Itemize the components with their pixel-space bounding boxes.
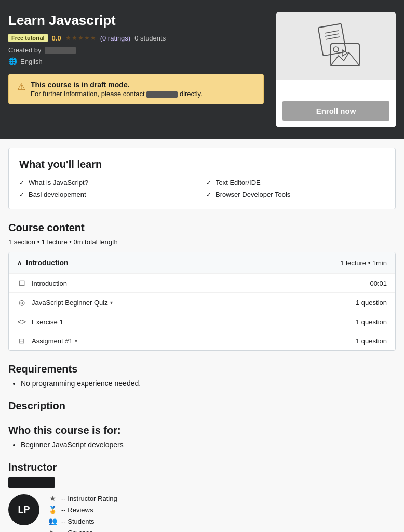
warning-text: This course is in draft mode. For furthe…	[31, 81, 203, 98]
learn-title: What you'll learn	[19, 158, 385, 170]
lecture-name: Exercise 1	[32, 318, 351, 326]
course-content-meta: 1 section • 1 lecture • 0m total length	[8, 238, 396, 246]
instructor-stats: ★ -- Instructor Rating 🏅 -- Reviews 👥 --…	[48, 494, 117, 532]
accordion-header[interactable]: ∧ Introduction 1 lecture • 1min	[9, 252, 395, 273]
learn-section: What you'll learn ✓ What is JavaScript? …	[8, 148, 396, 209]
table-row: ◎ JavaScript Beginner Quiz ▾ 1 question	[9, 292, 395, 312]
created-by: Created by	[8, 46, 264, 54]
warning-body: For further information, please contact …	[31, 90, 203, 98]
file-icon: ☐	[17, 279, 26, 287]
rating-number: 0.0	[52, 34, 61, 42]
enroll-button[interactable]: Enroll now	[282, 101, 389, 121]
stars: ★ ★ ★ ★ ★	[65, 34, 96, 42]
avatar: LP	[8, 494, 39, 525]
header: Learn Javascript Free tutorial 0.0 ★ ★ ★…	[0, 0, 404, 139]
list-item: ✓ What is JavaScript?	[19, 179, 198, 187]
instructor-name-redacted	[8, 477, 55, 488]
lecture-time: 00:01	[370, 280, 387, 287]
lecture-name: Introduction	[32, 280, 365, 287]
created-by-label: Created by	[8, 46, 42, 54]
stat-row: 👥 -- Students	[48, 517, 117, 525]
svg-marker-7	[342, 50, 347, 56]
language-row: 🌐 English	[8, 57, 264, 65]
main-content: What you'll learn ✓ What is JavaScript? …	[0, 139, 404, 532]
table-row: <> Exercise 1 1 question	[9, 312, 395, 331]
accordion-body: ☐ Introduction 00:01 ◎ JavaScript Beginn…	[9, 273, 395, 350]
globe-icon: 🌐	[8, 57, 17, 65]
star-4: ★	[84, 34, 90, 42]
star-3: ★	[78, 34, 84, 42]
preview-body: Free Enroll now	[276, 80, 396, 127]
accordion-header-left: ∧ Introduction	[17, 259, 69, 267]
check-icon: ✓	[19, 191, 24, 198]
contact-redacted	[146, 91, 178, 98]
accordion: ∧ Introduction 1 lecture • 1min ☐ Introd…	[8, 252, 396, 351]
warning-title: This course is in draft mode.	[31, 81, 203, 89]
learn-item-text: Basi developement	[29, 191, 86, 198]
description-section: Description	[8, 400, 396, 412]
audience-list: Beginner JavaScript developers	[8, 441, 396, 449]
dropdown-arrow-icon[interactable]: ▾	[75, 338, 77, 344]
course-content-title: Course content	[8, 222, 396, 234]
audience-title: Who this course is for:	[8, 424, 396, 436]
instructor-students: -- Students	[61, 517, 95, 525]
code-icon: <>	[17, 317, 26, 326]
badges-row: Free tutorial 0.0 ★ ★ ★ ★ ★ (0 ratings) …	[8, 34, 264, 42]
rating-count: (0 ratings)	[100, 34, 131, 42]
list-item: No programming experience needed.	[21, 379, 396, 388]
language-label: English	[20, 58, 43, 65]
svg-line-2	[325, 34, 339, 36]
lecture-time: 1 question	[356, 337, 387, 345]
section-title: Introduction	[26, 259, 69, 267]
list-item: ✓ Basi developement	[19, 191, 198, 198]
check-icon: ✓	[206, 179, 211, 187]
preview-image	[276, 12, 396, 80]
instructor-profile: LP ★ -- Instructor Rating 🏅 -- Reviews 👥…	[8, 494, 396, 532]
lecture-time: 1 question	[356, 318, 387, 326]
check-icon: ✓	[19, 179, 24, 187]
star-2: ★	[72, 34, 77, 42]
audience-section: Who this course is for: Beginner JavaScr…	[8, 424, 396, 449]
star-5: ★	[90, 34, 96, 42]
lecture-name: Assigment #1 ▾	[32, 337, 351, 345]
quiz-icon: ◎	[17, 298, 26, 307]
stat-row: ▶ -- Courses	[48, 528, 117, 532]
learn-item-text: Browser Developer Tools	[216, 191, 290, 198]
stat-row: ★ -- Instructor Rating	[48, 494, 117, 502]
star-1: ★	[65, 34, 71, 42]
medal-icon: 🏅	[48, 506, 57, 514]
chevron-up-icon: ∧	[17, 259, 22, 267]
list-item: ✓ Browser Developer Tools	[206, 191, 385, 198]
instructor-rating: -- Instructor Rating	[61, 495, 117, 502]
requirements-section: Requirements No programming experience n…	[8, 363, 396, 388]
users-icon: 👥	[48, 517, 57, 525]
warning-icon: ⚠	[17, 81, 25, 92]
dropdown-arrow-icon[interactable]: ▾	[110, 300, 113, 305]
section-meta: 1 lecture • 1min	[340, 259, 387, 267]
svg-line-3	[326, 37, 340, 39]
stat-row: 🏅 -- Reviews	[48, 506, 117, 514]
lecture-time: 1 question	[356, 299, 387, 307]
svg-point-5	[333, 47, 339, 52]
list-item: ✓ Text Editor/IDE	[206, 179, 385, 187]
lecture-name: JavaScript Beginner Quiz ▾	[32, 299, 351, 307]
draft-warning: ⚠ This course is in draft mode. For furt…	[8, 74, 264, 104]
check-icon: ✓	[206, 191, 211, 198]
instructor-courses: -- Courses	[61, 529, 93, 533]
students-count: 0 students	[134, 34, 166, 42]
svg-line-1	[325, 31, 339, 33]
creator-name-redacted	[45, 47, 76, 54]
courses-icon: ▶	[48, 528, 57, 532]
price-label: Free	[282, 86, 389, 97]
star-icon: ★	[48, 494, 57, 502]
table-row: ⊟ Assigment #1 ▾ 1 question	[9, 331, 395, 350]
learn-item-text: Text Editor/IDE	[216, 179, 261, 187]
assignment-icon: ⊟	[17, 337, 26, 345]
list-item: Beginner JavaScript developers	[21, 441, 396, 449]
free-badge: Free tutorial	[8, 34, 48, 42]
requirements-list: No programming experience needed.	[8, 379, 396, 388]
table-row: ☐ Introduction 00:01	[9, 273, 395, 292]
preview-card: Free Enroll now	[276, 12, 396, 127]
description-title: Description	[8, 400, 396, 412]
instructor-reviews: -- Reviews	[61, 506, 93, 514]
